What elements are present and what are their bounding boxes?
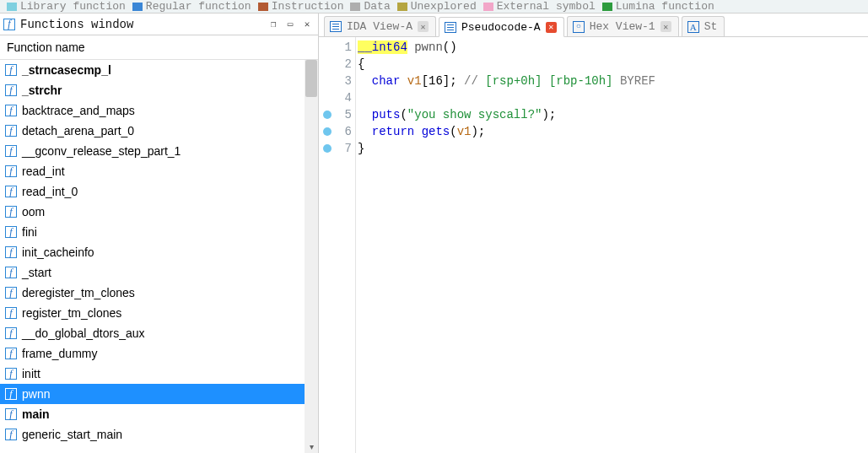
function-icon: f — [5, 105, 17, 116]
breakpoint-cell[interactable] — [319, 73, 336, 89]
breakpoint-cell[interactable] — [319, 106, 336, 123]
function-icon: f — [5, 186, 17, 197]
code-line[interactable]: puts("you show syscall?"); — [358, 106, 868, 123]
legend-label: Library function — [20, 0, 126, 13]
code-line[interactable]: __int64 pwnn() — [358, 39, 868, 56]
restore-button[interactable]: ▭ — [283, 17, 298, 32]
function-row[interactable]: f_strchr — [0, 80, 318, 100]
function-row[interactable]: finit_cacheinfo — [0, 242, 318, 262]
breakpoint-dot-icon — [323, 144, 332, 153]
function-icon: f — [5, 84, 17, 96]
main-layout: f Functions window ❐ ▭ ✕ Function name f… — [0, 13, 868, 453]
code-line[interactable]: { — [358, 56, 868, 73]
breakpoint-cell[interactable] — [319, 140, 336, 157]
function-row[interactable]: fmain — [0, 404, 318, 424]
function-row[interactable]: fread_int — [0, 161, 318, 181]
function-row[interactable]: foom — [0, 202, 318, 222]
line-number: 4 — [336, 89, 355, 106]
breakpoint-cell[interactable] — [319, 56, 336, 73]
functions-title: Functions window — [20, 18, 264, 31]
legend-label: Data — [364, 0, 390, 13]
tab-close-icon[interactable]: ✕ — [418, 21, 429, 32]
function-name: _strncasecmp_l — [22, 63, 111, 77]
legend-swatch — [602, 3, 612, 11]
code-line[interactable]: return gets(v1); — [358, 123, 868, 140]
tab-hex-view-1[interactable]: ○Hex View-1✕ — [567, 16, 679, 36]
scrollbar-down-arrow[interactable]: ▾ — [305, 440, 318, 453]
code-line[interactable]: } — [358, 140, 868, 157]
tab-ida-view-a[interactable]: IDA View-A✕ — [324, 16, 436, 36]
function-icon: f — [5, 429, 17, 440]
legend-label: Regular function — [146, 0, 251, 13]
function-row[interactable]: finitt — [0, 364, 318, 384]
function-row[interactable]: fregister_tm_clones — [0, 303, 318, 323]
function-row[interactable]: f__do_global_dtors_aux — [0, 323, 318, 343]
function-name: detach_arena_part_0 — [22, 124, 134, 138]
function-row[interactable]: fgeneric_start_main — [0, 424, 318, 445]
line-number: 1 — [336, 39, 355, 56]
code-line[interactable]: char v1[16]; // [rsp+0h] [rbp-10h] BYREF — [358, 73, 868, 89]
scrollbar-thumb[interactable] — [305, 60, 317, 97]
function-row[interactable]: f_start — [0, 262, 318, 283]
function-icon: f — [5, 408, 17, 420]
function-name: read_int — [22, 164, 65, 178]
struct-icon: A — [687, 21, 699, 33]
function-row[interactable]: fdetach_arena_part_0 — [0, 121, 318, 141]
functions-titlebar: f Functions window ❐ ▭ ✕ — [0, 13, 318, 35]
legend-item: Library function — [7, 0, 126, 13]
line-number: 6 — [336, 123, 355, 140]
function-icon: f — [5, 327, 17, 339]
function-row[interactable]: fpwnn — [0, 384, 318, 404]
legend-item: Regular function — [132, 0, 251, 13]
function-name: deregister_tm_clones — [22, 286, 135, 299]
function-row[interactable]: ffini — [0, 222, 318, 242]
tab-st[interactable]: ASt — [682, 16, 725, 36]
breakpoint-dot-icon — [323, 127, 332, 136]
legend-label: Unexplored — [411, 0, 477, 13]
legend-swatch — [483, 3, 493, 11]
scrollbar[interactable]: ▾ — [305, 60, 318, 453]
function-name: read_int_0 — [22, 185, 78, 198]
breakpoint-gutter[interactable] — [319, 37, 336, 453]
function-row[interactable]: f_strncasecmp_l — [0, 60, 318, 80]
function-name: _start — [22, 266, 51, 279]
breakpoint-cell[interactable] — [319, 123, 336, 140]
tab-close-icon[interactable]: ✕ — [660, 21, 671, 32]
line-number: 7 — [336, 140, 355, 157]
breakpoint-cell[interactable] — [319, 39, 336, 56]
function-icon: f — [5, 246, 17, 258]
legend-item: External symbol — [483, 0, 596, 13]
line-number: 5 — [336, 106, 355, 123]
function-icon: f — [5, 307, 17, 319]
legend-item: Unexplored — [397, 0, 477, 13]
legend-swatch — [132, 3, 143, 11]
hex-icon: ○ — [573, 21, 585, 33]
function-name: main — [22, 407, 50, 421]
tab-close-icon[interactable]: ✕ — [546, 22, 557, 33]
code-line[interactable] — [358, 89, 868, 106]
function-row[interactable]: fbacktrace_and_maps — [0, 100, 318, 121]
function-row[interactable]: fframe_dummy — [0, 343, 318, 364]
function-row[interactable]: fread_int_0 — [0, 181, 318, 202]
function-name: fini — [22, 225, 37, 239]
legend-label: External symbol — [497, 0, 596, 13]
function-name: init_cacheinfo — [22, 245, 94, 259]
line-number: 2 — [336, 56, 355, 73]
tab-label: Hex View-1 — [590, 20, 655, 33]
function-icon: f — [5, 287, 17, 299]
tab-pseudocode-a[interactable]: Pseudocode-A✕ — [439, 17, 564, 37]
function-name: frame_dummy — [22, 347, 97, 360]
breakpoint-cell[interactable] — [319, 89, 336, 106]
function-icon: f — [5, 348, 17, 359]
undock-button[interactable]: ❐ — [266, 17, 281, 32]
close-button[interactable]: ✕ — [299, 17, 315, 32]
function-icon: f — [5, 226, 17, 238]
code-text[interactable]: __int64 pwnn(){ char v1[16]; // [rsp+0h]… — [356, 37, 868, 453]
tab-label: St — [704, 20, 718, 33]
function-row[interactable]: fderegister_tm_clones — [0, 283, 318, 303]
functions-column-header[interactable]: Function name — [0, 35, 318, 60]
code-area[interactable]: 1234567 __int64 pwnn(){ char v1[16]; // … — [319, 37, 868, 453]
functions-list[interactable]: f_strncasecmp_lf_strchrfbacktrace_and_ma… — [0, 60, 318, 453]
function-icon: f — [5, 165, 17, 177]
function-row[interactable]: f__gconv_release_step_part_1 — [0, 141, 318, 161]
